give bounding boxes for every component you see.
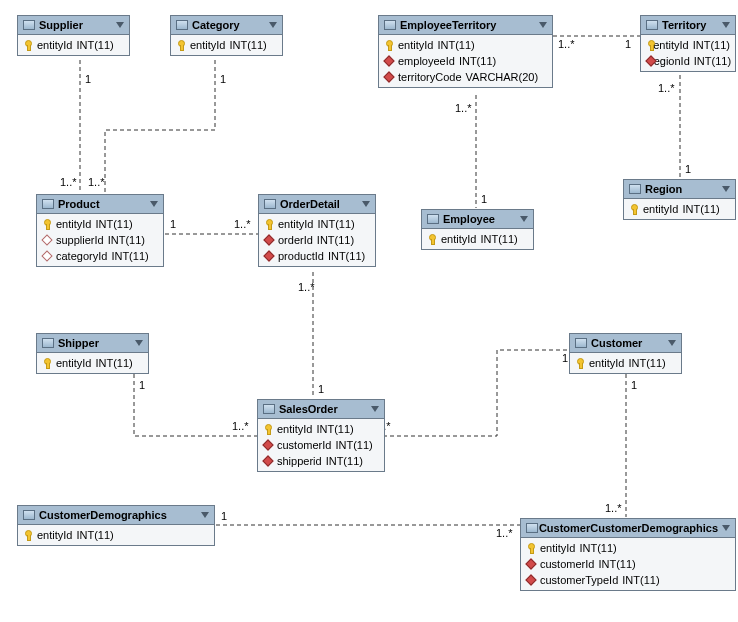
field-row[interactable]: customerId INT(11) (521, 556, 735, 572)
table-icon (42, 338, 54, 348)
field-type: INT(11) (480, 233, 517, 245)
entity-header[interactable]: CustomerCustomerDemographics (521, 519, 735, 538)
chevron-down-icon[interactable] (135, 340, 143, 346)
card-product-category-many: 1..* (88, 176, 105, 188)
entity-sales-order[interactable]: SalesOrder entityId INT(11) customerId I… (257, 399, 385, 472)
chevron-down-icon[interactable] (520, 216, 528, 222)
card-employee-1: 1 (481, 193, 487, 205)
field-name: entityId (278, 218, 313, 230)
field-type: INT(11) (95, 357, 132, 369)
entity-customer-customer-demographics[interactable]: CustomerCustomerDemographics entityId IN… (520, 518, 736, 591)
entity-customer-demographics[interactable]: CustomerDemographics entityId INT(11) (17, 505, 215, 546)
entity-employee-territory[interactable]: EmployeeTerritory entityId INT(11) emplo… (378, 15, 553, 88)
primary-key-icon (176, 40, 186, 50)
entity-title: Customer (591, 337, 642, 349)
field-row[interactable]: orderId INT(11) (259, 232, 375, 248)
entity-header[interactable]: Region (624, 180, 735, 199)
field-row[interactable]: regionId INT(11) (641, 53, 735, 69)
chevron-down-icon[interactable] (116, 22, 124, 28)
field-type: INT(11) (111, 250, 148, 262)
chevron-down-icon[interactable] (722, 186, 730, 192)
field-type: INT(11) (328, 250, 365, 262)
chevron-down-icon[interactable] (371, 406, 379, 412)
chevron-down-icon[interactable] (539, 22, 547, 28)
field-name: entityId (589, 357, 624, 369)
table-icon (264, 199, 276, 209)
field-type: INT(11) (622, 574, 659, 586)
field-type: INT(11) (694, 55, 731, 67)
field-row[interactable]: entityId INT(11) (422, 231, 533, 247)
entity-header[interactable]: Product (37, 195, 163, 214)
field-type: INT(11) (682, 203, 719, 215)
field-row[interactable]: entityId INT(11) (641, 37, 735, 53)
chevron-down-icon[interactable] (722, 525, 730, 531)
field-row[interactable]: customerId INT(11) (258, 437, 384, 453)
entity-body: entityId INT(11) orderId INT(11) product… (259, 214, 375, 266)
entity-category[interactable]: Category entityId INT(11) (170, 15, 283, 56)
entity-header[interactable]: EmployeeTerritory (379, 16, 552, 35)
field-row[interactable]: entityId INT(11) (259, 216, 375, 232)
field-row[interactable]: customerTypeId INT(11) (521, 572, 735, 588)
chevron-down-icon[interactable] (269, 22, 277, 28)
table-icon (42, 199, 54, 209)
card-category-1: 1 (220, 73, 226, 85)
chevron-down-icon[interactable] (150, 201, 158, 207)
field-row[interactable]: entityId INT(11) (258, 421, 384, 437)
field-row[interactable]: entityId INT(11) (570, 355, 681, 371)
chevron-down-icon[interactable] (668, 340, 676, 346)
entity-product[interactable]: Product entityId INT(11) supplierId INT(… (36, 194, 164, 267)
field-name: supplierId (56, 234, 104, 246)
field-row[interactable]: entityId INT(11) (521, 540, 735, 556)
entity-employee[interactable]: Employee entityId INT(11) (421, 209, 534, 250)
field-name: entityId (540, 542, 575, 554)
field-row[interactable]: categoryId INT(11) (37, 248, 163, 264)
field-row[interactable]: employeeId INT(11) (379, 53, 552, 69)
primary-key-icon (575, 358, 585, 368)
field-row[interactable]: entityId INT(11) (171, 37, 282, 53)
entity-header[interactable]: CustomerDemographics (18, 506, 214, 525)
entity-header[interactable]: Employee (422, 210, 533, 229)
field-name: entityId (56, 218, 91, 230)
chevron-down-icon[interactable] (722, 22, 730, 28)
entity-body: entityId INT(11) (37, 353, 148, 373)
chevron-down-icon[interactable] (362, 201, 370, 207)
entity-order-detail[interactable]: OrderDetail entityId INT(11) orderId INT… (258, 194, 376, 267)
field-row[interactable]: entityId INT(11) (379, 37, 552, 53)
entity-title: CustomerCustomerDemographics (539, 522, 718, 534)
entity-shipper[interactable]: Shipper entityId INT(11) (36, 333, 149, 374)
entity-body: entityId INT(11) (422, 229, 533, 249)
entity-header[interactable]: SalesOrder (258, 400, 384, 419)
field-row[interactable]: shipperid INT(11) (258, 453, 384, 469)
field-row[interactable]: supplierId INT(11) (37, 232, 163, 248)
entity-region[interactable]: Region entityId INT(11) (623, 179, 736, 220)
field-name: entityId (37, 39, 72, 51)
field-type: INT(11) (316, 423, 353, 435)
table-icon (575, 338, 587, 348)
entity-header[interactable]: OrderDetail (259, 195, 375, 214)
entity-body: entityId INT(11) (171, 35, 282, 55)
table-icon (263, 404, 275, 414)
entity-header-supplier[interactable]: Supplier (18, 16, 129, 35)
field-row[interactable]: territoryCode VARCHAR(20) (379, 69, 552, 85)
foreign-key-icon (384, 72, 394, 82)
primary-key-icon (263, 424, 273, 434)
field-row[interactable]: entityId INT(11) (18, 527, 214, 543)
entity-header-category[interactable]: Category (171, 16, 282, 35)
entity-header[interactable]: Shipper (37, 334, 148, 353)
entity-supplier[interactable]: Supplier entityId INT(11) (17, 15, 130, 56)
card-cd-1: 1 (221, 510, 227, 522)
entity-header[interactable]: Customer (570, 334, 681, 353)
entity-header[interactable]: Territory (641, 16, 735, 35)
table-icon (526, 523, 535, 533)
field-row[interactable]: entityId INT(11) (18, 37, 129, 53)
chevron-down-icon[interactable] (201, 512, 209, 518)
entity-customer[interactable]: Customer entityId INT(11) (569, 333, 682, 374)
entity-title: Product (58, 198, 100, 210)
primary-key-icon (42, 358, 52, 368)
field-row[interactable]: productId INT(11) (259, 248, 375, 264)
entity-body: entityId INT(11) (18, 525, 214, 545)
field-row[interactable]: entityId INT(11) (624, 201, 735, 217)
field-row[interactable]: entityId INT(11) (37, 355, 148, 371)
entity-territory[interactable]: Territory entityId INT(11) regionId INT(… (640, 15, 736, 72)
field-row[interactable]: entityId INT(11) (37, 216, 163, 232)
